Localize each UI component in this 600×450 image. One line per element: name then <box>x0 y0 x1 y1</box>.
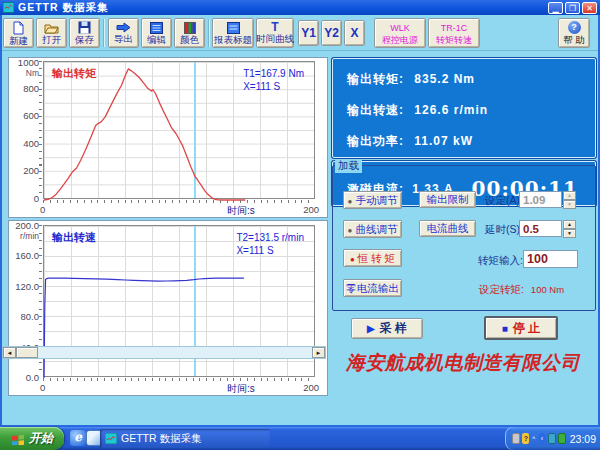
taskbar: 开始 e GETTR 数据采集 ? ˄ ‹ 23:09 <box>0 427 600 450</box>
save-button[interactable]: 保存 <box>69 18 100 48</box>
torque-reading: 输出转矩: 835.2 Nm <box>347 71 475 88</box>
sample-button[interactable]: ▶采 样 <box>351 318 423 339</box>
export-arrow-icon <box>116 22 131 33</box>
spin-down-icon[interactable]: ▼ <box>563 229 576 238</box>
x-axis-button[interactable]: X <box>344 20 365 46</box>
speed-chart: 200.0 r/min 160.0 120.0 80.0 40.0 0.0 输出… <box>8 220 328 396</box>
tr1c-device-button[interactable]: TR-1C 转矩转速 <box>428 18 480 48</box>
update-icon[interactable]: ? <box>522 433 529 444</box>
internet-explorer-icon[interactable]: e <box>70 430 86 446</box>
maximize-button[interactable]: ❐ <box>565 2 580 14</box>
time-curve-button[interactable]: T 时间曲线 <box>256 18 294 48</box>
wlk-power-button[interactable]: WLK 程控电源 <box>374 18 426 48</box>
scroll-left-button[interactable]: ◄ <box>3 347 16 358</box>
time-curve-icon: T <box>271 22 278 33</box>
toolbar-separator <box>208 19 210 47</box>
scroll-right-button[interactable]: ► <box>312 347 325 358</box>
stop-button[interactable]: ■停 止 <box>484 316 558 340</box>
set-torque-readout: 设定转矩: 100 Nm <box>479 283 564 297</box>
taskbar-app-button[interactable]: GETTR 数据采集 <box>100 429 270 448</box>
window-title: GETTR 数据采集 <box>18 1 109 15</box>
toolbar-separator <box>103 19 105 47</box>
help-button[interactable]: ? 帮 助 <box>558 18 590 48</box>
manual-adjust-button[interactable]: ●手动调节 <box>343 191 402 209</box>
curve-adjust-button[interactable]: ●曲线调节 <box>343 220 402 238</box>
network-icon[interactable] <box>548 433 556 444</box>
edit-button[interactable]: 编辑 <box>141 18 172 48</box>
cursor-readout: T2=131.5 r/min X=111 S <box>236 231 304 257</box>
cursor-readout: T1=167.9 Nm X=111 S <box>243 67 304 93</box>
open-button[interactable]: 打开 <box>36 18 67 48</box>
start-button[interactable]: 开始 <box>0 427 64 450</box>
y1-axis-button[interactable]: Y1 <box>298 20 319 46</box>
hide-icons-chevron[interactable]: ˄ <box>531 433 536 444</box>
torque-value: 835.2 Nm <box>414 72 475 86</box>
stop-icon: ■ <box>502 323 508 334</box>
load-groupbox: 加载 ●手动调节 ●曲线调节 ●恒 转 矩 零电流输出 输出限制 电流曲线 设定… <box>332 165 596 311</box>
chart-title: 输出转速 <box>52 230 96 245</box>
radio-dot-icon: ● <box>350 255 355 264</box>
help-icon: ? <box>568 21 581 34</box>
speed-reading: 输出转速: 126.6 r/min <box>347 102 488 119</box>
radio-dot-icon: ● <box>348 226 353 235</box>
output-limit-button[interactable]: 输出限制 <box>419 191 476 208</box>
scroll-thumb[interactable] <box>16 347 38 358</box>
save-icon <box>78 21 91 34</box>
load-groupbox-title: 加载 <box>335 159 362 173</box>
speed-value: 126.6 r/min <box>414 103 488 117</box>
play-icon: ▶ <box>367 323 375 334</box>
x-axis-ticks <box>43 200 315 203</box>
desktop: GETTR 数据采集 ▁ ❐ ✕ 新建 打开 保存 <box>0 0 600 450</box>
spin-up-icon[interactable]: ▲ <box>563 191 576 200</box>
color-bars-icon <box>184 22 196 34</box>
set-current-spinner[interactable]: ▲▼ <box>563 191 576 208</box>
x-axis-ticks <box>43 378 315 381</box>
toolbar: 新建 打开 保存 导出 编辑 颜色 <box>2 15 598 51</box>
app-window: GETTR 数据采集 ▁ ❐ ✕ 新建 打开 保存 <box>0 0 600 427</box>
x-axis-label: 时间:s <box>227 382 255 396</box>
company-name: 海安航成机电制造有限公司 <box>328 350 598 376</box>
torque-chart: 1000 Nm 800 600 400 200 0 输出转矩 T1=167.9 … <box>8 57 328 218</box>
system-tray: ? ˄ ‹ 23:09 <box>505 427 600 450</box>
zero-current-button[interactable]: 零电流输出 <box>343 279 402 297</box>
power-reading: 输出功率: 11.07 kW <box>347 133 473 150</box>
new-document-icon <box>12 21 25 35</box>
app-icon <box>3 2 14 13</box>
y-axis-ticks <box>39 61 42 199</box>
titlebar: GETTR 数据采集 ▁ ❐ ✕ <box>0 0 600 15</box>
color-button[interactable]: 颜色 <box>174 18 205 48</box>
delay-label: 延时(S): <box>485 223 523 237</box>
new-button[interactable]: 新建 <box>3 18 34 48</box>
torque-input-label: 转矩输入: <box>478 254 523 268</box>
report-title-icon <box>227 22 240 34</box>
set-current-label: 设定(A): <box>485 194 523 208</box>
spin-down-icon[interactable]: ▼ <box>563 200 576 209</box>
close-button[interactable]: ✕ <box>582 2 597 14</box>
spin-up-icon[interactable]: ▲ <box>563 220 576 229</box>
antivirus-icon[interactable] <box>558 433 566 444</box>
power-value: 11.07 kW <box>414 134 473 148</box>
current-curve-button[interactable]: 电流曲线 <box>419 220 476 237</box>
set-torque-value: 100 Nm <box>531 284 564 295</box>
report-title-button[interactable]: 报表标题 <box>212 18 254 48</box>
language-icon[interactable]: ‹ <box>538 433 545 444</box>
torque-plot-area[interactable]: 输出转矩 T1=167.9 Nm X=111 S <box>43 61 315 199</box>
delay-input[interactable] <box>519 220 562 237</box>
app-icon <box>105 433 117 444</box>
export-button[interactable]: 导出 <box>108 18 139 48</box>
constant-torque-button[interactable]: ●恒 转 矩 <box>343 249 402 267</box>
x-axis-label: 时间:s <box>227 204 255 218</box>
y2-axis-button[interactable]: Y2 <box>321 20 342 46</box>
radio-dot-icon: ● <box>348 197 353 206</box>
torque-input[interactable] <box>523 250 578 268</box>
device-icon[interactable] <box>512 433 520 444</box>
windows-logo-icon <box>11 433 25 445</box>
delay-spinner[interactable]: ▲▼ <box>563 220 576 237</box>
taskbar-clock: 23:09 <box>570 433 596 445</box>
open-folder-icon <box>44 22 59 34</box>
set-current-input[interactable] <box>519 191 562 208</box>
edit-list-icon <box>150 22 163 34</box>
horizontal-scrollbar[interactable]: ◄ ► <box>2 346 326 359</box>
minimize-button[interactable]: ▁ <box>548 2 563 14</box>
readings-panel: 输出转矩: 835.2 Nm 输出转速: 126.6 r/min 输出功率: 1… <box>332 58 596 158</box>
